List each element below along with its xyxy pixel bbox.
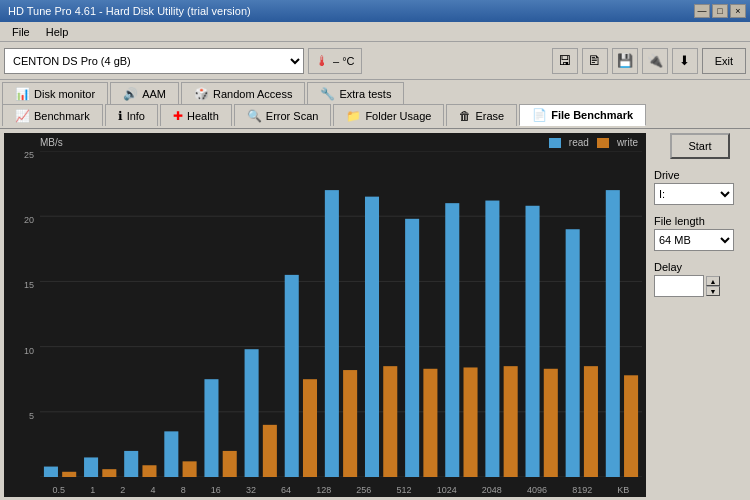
chart-legend: read write: [549, 137, 638, 148]
aam-icon: 🔊: [123, 87, 138, 101]
x-label-4096: 4096: [527, 485, 547, 495]
minimize-button[interactable]: —: [694, 4, 710, 18]
disk-selector[interactable]: CENTON DS Pro (4 gB): [4, 48, 304, 74]
tab-file-benchmark[interactable]: 📄 File Benchmark: [519, 104, 646, 126]
toolbar-btn-3[interactable]: 💾: [612, 48, 638, 74]
tabs-row2: 📈 Benchmark ℹ Info ✚ Health 🔍 Error Scan…: [0, 104, 750, 128]
svg-rect-8: [84, 457, 98, 477]
info-icon: ℹ: [118, 109, 123, 123]
tab-error-scan[interactable]: 🔍 Error Scan: [234, 104, 332, 126]
toolbar-btn-4[interactable]: 🔌: [642, 48, 668, 74]
random-access-icon: 🎲: [194, 87, 209, 101]
svg-rect-34: [606, 190, 620, 477]
tab-erase[interactable]: 🗑 Erase: [446, 104, 517, 126]
svg-rect-9: [102, 469, 116, 477]
erase-icon: 🗑: [459, 109, 471, 123]
x-label-8192: 8192: [572, 485, 592, 495]
titlebar: HD Tune Pro 4.61 - Hard Disk Utility (tr…: [0, 0, 750, 22]
drive-selector[interactable]: I:: [654, 183, 734, 205]
svg-rect-29: [504, 366, 518, 477]
titlebar-title: HD Tune Pro 4.61 - Hard Disk Utility (tr…: [8, 5, 251, 17]
extra-tests-icon: 🔧: [320, 87, 335, 101]
file-length-selector[interactable]: 64 MB: [654, 229, 734, 251]
svg-rect-31: [544, 369, 558, 477]
x-label-8: 8: [181, 485, 186, 495]
y-label-25: 25: [24, 151, 34, 160]
tab-health[interactable]: ✚ Health: [160, 104, 232, 126]
svg-rect-25: [423, 369, 437, 477]
toolbar-btn-1[interactable]: 🖫: [552, 48, 578, 74]
x-label-128: 128: [316, 485, 331, 495]
delay-label: Delay: [654, 261, 746, 273]
x-label-0.5: 0.5: [53, 485, 66, 495]
x-label-32: 32: [246, 485, 256, 495]
toolbar: CENTON DS Pro (4 gB) 🌡 – °C 🖫 🖹 💾 🔌 ⬇ Ex…: [0, 42, 750, 80]
close-button[interactable]: ×: [730, 4, 746, 18]
legend-write-box: [597, 138, 609, 148]
x-label-256: 256: [356, 485, 371, 495]
menu-help[interactable]: Help: [38, 24, 77, 40]
svg-rect-13: [183, 461, 197, 477]
x-label-KB: KB: [617, 485, 629, 495]
tab-extra-tests[interactable]: 🔧 Extra tests: [307, 82, 404, 104]
legend-write-label: write: [617, 137, 638, 148]
svg-rect-19: [303, 379, 317, 477]
disk-monitor-icon: 📊: [15, 87, 30, 101]
svg-rect-27: [464, 367, 478, 477]
chart-y-title: MB/s: [40, 137, 63, 148]
svg-rect-14: [204, 379, 218, 477]
y-label-20: 20: [24, 216, 34, 225]
titlebar-controls: — □ ×: [694, 4, 746, 18]
menu-file[interactable]: File: [4, 24, 38, 40]
tab-folder-usage[interactable]: 📁 Folder Usage: [333, 104, 444, 126]
delay-down-button[interactable]: ▼: [706, 286, 720, 296]
svg-rect-32: [566, 229, 580, 477]
svg-rect-35: [624, 375, 638, 477]
svg-rect-12: [164, 431, 178, 477]
x-label-1: 1: [90, 485, 95, 495]
tab-aam[interactable]: 🔊 AAM: [110, 82, 179, 104]
main-content: 25 20 15 10 5 MB/s read write: [0, 129, 750, 500]
benchmark-icon: 📈: [15, 109, 30, 123]
y-label-5: 5: [29, 412, 34, 421]
delay-up-button[interactable]: ▲: [706, 276, 720, 286]
svg-rect-26: [445, 203, 459, 477]
x-label-2048: 2048: [482, 485, 502, 495]
svg-rect-10: [124, 451, 138, 477]
delay-input[interactable]: 0: [654, 275, 704, 297]
drive-section: Drive I:: [654, 169, 746, 205]
file-length-label: File length: [654, 215, 746, 227]
x-label-1024: 1024: [437, 485, 457, 495]
maximize-button[interactable]: □: [712, 4, 728, 18]
error-scan-icon: 🔍: [247, 109, 262, 123]
x-label-512: 512: [397, 485, 412, 495]
y-axis-labels: 25 20 15 10 5: [4, 151, 38, 477]
drive-label: Drive: [654, 169, 746, 181]
y-label-15: 15: [24, 281, 34, 290]
x-axis-labels: 0.512481632641282565121024204840968192KB: [40, 485, 642, 495]
tabs-row1: 📊 Disk monitor 🔊 AAM 🎲 Random Access 🔧 E…: [0, 80, 750, 104]
toolbar-btn-2[interactable]: 🖹: [582, 48, 608, 74]
menubar: File Help: [0, 22, 750, 42]
delay-spinners: ▲ ▼: [706, 276, 720, 296]
svg-rect-21: [343, 370, 357, 477]
temperature-display: 🌡 – °C: [308, 48, 362, 74]
tab-disk-monitor[interactable]: 📊 Disk monitor: [2, 82, 108, 104]
exit-button[interactable]: Exit: [702, 48, 746, 74]
file-benchmark-icon: 📄: [532, 108, 547, 122]
chart-canvas: [40, 151, 642, 477]
toolbar-btn-5[interactable]: ⬇: [672, 48, 698, 74]
svg-rect-17: [263, 425, 277, 477]
svg-rect-23: [383, 366, 397, 477]
x-label-64: 64: [281, 485, 291, 495]
svg-rect-24: [405, 219, 419, 477]
tab-random-access[interactable]: 🎲 Random Access: [181, 82, 305, 104]
x-label-16: 16: [211, 485, 221, 495]
tab-info[interactable]: ℹ Info: [105, 104, 158, 126]
delay-container: 0 ▲ ▼: [654, 275, 746, 297]
svg-rect-11: [142, 465, 156, 477]
health-icon: ✚: [173, 109, 183, 123]
tab-benchmark[interactable]: 📈 Benchmark: [2, 104, 103, 126]
start-button[interactable]: Start: [670, 133, 730, 159]
x-label-4: 4: [150, 485, 155, 495]
